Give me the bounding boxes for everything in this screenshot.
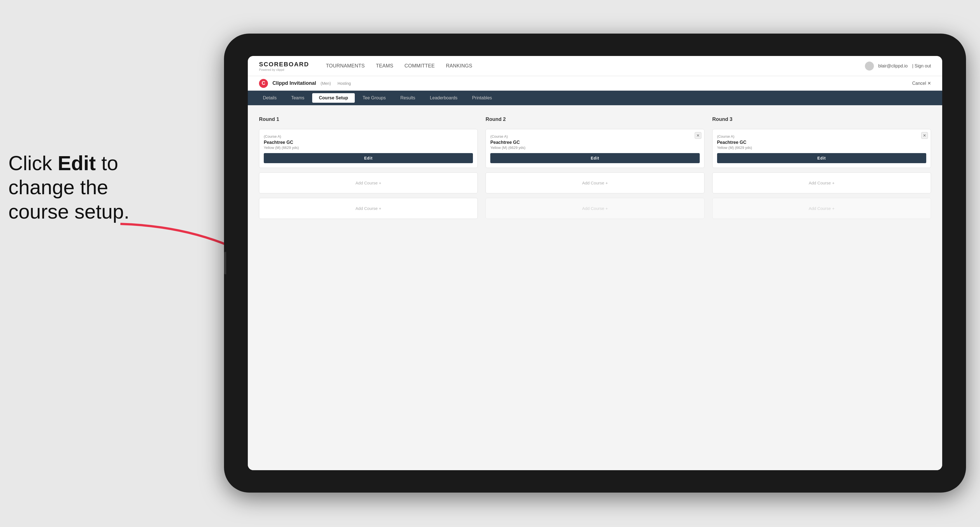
nav-right: blair@clippd.io | Sign out bbox=[865, 62, 931, 70]
round-3-course-label: (Course A) bbox=[717, 134, 735, 138]
round-3-course-details: Yellow (M) (6629 yds) bbox=[717, 146, 926, 150]
cancel-button[interactable]: Cancel ✕ bbox=[912, 81, 931, 86]
round-3-delete-button[interactable]: ✕ bbox=[921, 132, 928, 139]
round-1-add-course-label-0: Add Course + bbox=[356, 181, 381, 185]
scoreboard-logo: SCOREBOARD Powered by clippd bbox=[259, 61, 309, 71]
round-3-add-course-label-1: Add Course + bbox=[809, 206, 834, 211]
round-2-title: Round 2 bbox=[485, 116, 704, 122]
round-3-column: Round 3 ✕ (Course A) Peachtree GC Yellow… bbox=[712, 116, 931, 219]
round-3-edit-button[interactable]: Edit bbox=[717, 153, 926, 163]
tab-course-setup[interactable]: Course Setup bbox=[312, 93, 355, 103]
tournament-info: C Clippd Invitational (Men) Hosting bbox=[259, 79, 351, 88]
round-1-course-label: (Course A) bbox=[264, 134, 281, 138]
logo-subtitle: Powered by clippd bbox=[259, 68, 309, 71]
round-2-add-course-1: Add Course + bbox=[485, 198, 704, 219]
round-2-delete-button[interactable]: ✕ bbox=[695, 132, 702, 139]
round-1-course-card-0: (Course A) Peachtree GC Yellow (M) (6629… bbox=[259, 129, 478, 168]
round-1-course-details: Yellow (M) (6629 yds) bbox=[264, 146, 473, 150]
round-2-course-card-0: ✕ (Course A) Peachtree GC Yellow (M) (66… bbox=[485, 129, 704, 168]
user-avatar bbox=[865, 62, 874, 70]
user-email: blair@clippd.io bbox=[878, 63, 908, 68]
round-3-add-course-0[interactable]: Add Course + bbox=[712, 172, 931, 194]
tournament-hosting: Hosting bbox=[338, 81, 351, 86]
round-3-add-course-label-0: Add Course + bbox=[809, 181, 834, 185]
logo-title: SCOREBOARD bbox=[259, 61, 309, 68]
tab-teams[interactable]: Teams bbox=[285, 93, 311, 103]
edit-bold: Edit bbox=[58, 152, 96, 175]
nav-links: TOURNAMENTS TEAMS COMMITTEE RANKINGS bbox=[326, 62, 865, 70]
round-2-add-course-0[interactable]: Add Course + bbox=[485, 172, 704, 194]
tab-tee-groups[interactable]: Tee Groups bbox=[356, 93, 393, 103]
tournament-name: Clippd Invitational bbox=[272, 80, 316, 86]
tablet-screen: SCOREBOARD Powered by clippd TOURNAMENTS… bbox=[248, 56, 942, 470]
round-2-column: Round 2 ✕ (Course A) Peachtree GC Yellow… bbox=[485, 116, 704, 219]
rounds-container: Round 1 (Course A) Peachtree GC Yellow (… bbox=[259, 116, 931, 219]
tab-leaderboards[interactable]: Leaderboards bbox=[423, 93, 464, 103]
round-3-add-course-1: Add Course + bbox=[712, 198, 931, 219]
round-2-add-course-label-0: Add Course + bbox=[582, 181, 608, 185]
tournament-logo: C bbox=[259, 79, 268, 88]
main-content: Round 1 (Course A) Peachtree GC Yellow (… bbox=[248, 105, 942, 470]
nav-link-rankings[interactable]: RANKINGS bbox=[446, 62, 473, 70]
tab-bar: Details Teams Course Setup Tee Groups Re… bbox=[248, 90, 942, 105]
tab-results[interactable]: Results bbox=[394, 93, 422, 103]
round-2-add-course-label-1: Add Course + bbox=[582, 206, 608, 211]
round-3-course-name: Peachtree GC bbox=[717, 140, 926, 145]
nav-link-tournaments[interactable]: TOURNAMENTS bbox=[326, 62, 365, 70]
round-2-course-label: (Course A) bbox=[490, 134, 508, 138]
round-1-course-name: Peachtree GC bbox=[264, 140, 473, 145]
sign-out-link[interactable]: | Sign out bbox=[912, 63, 931, 68]
round-2-course-details: Yellow (M) (6629 yds) bbox=[490, 146, 700, 150]
round-2-course-name: Peachtree GC bbox=[490, 140, 700, 145]
tablet-shell: SCOREBOARD Powered by clippd TOURNAMENTS… bbox=[224, 33, 966, 492]
nav-link-committee[interactable]: COMMITTEE bbox=[405, 62, 435, 70]
top-nav: SCOREBOARD Powered by clippd TOURNAMENTS… bbox=[248, 56, 942, 76]
instruction-text: Click Edit tochange thecourse setup. bbox=[8, 151, 129, 224]
nav-link-teams[interactable]: TEAMS bbox=[376, 62, 393, 70]
tab-printables[interactable]: Printables bbox=[465, 93, 499, 103]
round-1-add-course-0[interactable]: Add Course + bbox=[259, 172, 478, 194]
round-1-column: Round 1 (Course A) Peachtree GC Yellow (… bbox=[259, 116, 478, 219]
tab-details[interactable]: Details bbox=[256, 93, 283, 103]
round-2-edit-button[interactable]: Edit bbox=[490, 153, 700, 163]
tournament-banner: C Clippd Invitational (Men) Hosting Canc… bbox=[248, 76, 942, 90]
round-1-add-course-label-1: Add Course + bbox=[356, 206, 381, 211]
round-1-title: Round 1 bbox=[259, 116, 478, 122]
round-1-edit-button[interactable]: Edit bbox=[264, 153, 473, 163]
tournament-gender: (Men) bbox=[321, 81, 331, 86]
round-3-course-card-0: ✕ (Course A) Peachtree GC Yellow (M) (66… bbox=[712, 129, 931, 168]
round-3-title: Round 3 bbox=[712, 116, 931, 122]
round-1-add-course-1[interactable]: Add Course + bbox=[259, 198, 478, 219]
